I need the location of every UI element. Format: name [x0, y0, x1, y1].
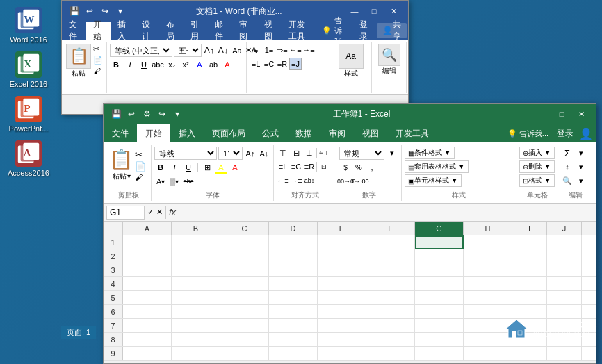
word-undo-btn[interactable]: ↩: [83, 4, 97, 18]
cell-g4[interactable]: [415, 277, 464, 291]
word-multilevel-list[interactable]: ⇒≡: [276, 44, 288, 56]
word-subscript-btn[interactable]: x₂: [165, 58, 178, 71]
excel-sum-btn[interactable]: Σ: [561, 147, 573, 159]
cell-a7[interactable]: [123, 319, 172, 333]
excel-wrap-text[interactable]: ↵T: [318, 147, 330, 159]
excel-find-expand[interactable]: ▾: [575, 174, 587, 187]
col-header-g[interactable]: G: [415, 222, 464, 235]
excel-indent-more[interactable]: →≡: [290, 174, 302, 187]
cell-i9[interactable]: [512, 347, 547, 361]
word-font-color-btn[interactable]: A: [221, 58, 234, 71]
word-superscript-btn[interactable]: x²: [179, 58, 192, 71]
excel-strikethrough[interactable]: abc: [182, 175, 195, 188]
excel-sort-expand[interactable]: ▾: [575, 160, 587, 173]
cell-a3[interactable]: [123, 263, 172, 277]
cell-b8[interactable]: [172, 333, 220, 347]
cell-b5[interactable]: [172, 291, 220, 305]
col-header-b[interactable]: B: [172, 222, 220, 235]
word-font-shrink[interactable]: A↓: [217, 44, 229, 57]
excel-conditional-format[interactable]: ▦ 条件格式 ▼: [405, 147, 455, 159]
excel-bold[interactable]: B: [154, 161, 167, 174]
excel-text-orient[interactable]: ab↕: [303, 174, 316, 187]
col-header-j[interactable]: J: [547, 222, 582, 235]
cell-b2[interactable]: [172, 249, 220, 263]
cell-b4[interactable]: [172, 277, 220, 291]
word-font-name[interactable]: 等线 (中文正文): [110, 44, 172, 57]
excel-delete-cells[interactable]: ⊖ 删除 ▼: [519, 160, 555, 173]
cell-b3[interactable]: [172, 263, 220, 277]
cell-e8[interactable]: [318, 333, 366, 347]
word-bold-btn[interactable]: B: [110, 58, 122, 71]
cell-j3[interactable]: [547, 263, 582, 277]
excel-cut-btn[interactable]: ✂: [135, 149, 146, 160]
excel-comma[interactable]: ,: [366, 161, 378, 174]
cell-i2[interactable]: [512, 249, 547, 263]
cell-i4[interactable]: [512, 277, 547, 291]
word-customize-btn[interactable]: ▾: [113, 4, 127, 18]
excel-login[interactable]: 登录: [557, 128, 573, 140]
cell-j5[interactable]: [547, 291, 582, 305]
cell-c9[interactable]: [220, 347, 269, 361]
cell-a1[interactable]: [123, 235, 172, 249]
excel-top-align[interactable]: ⊤: [277, 147, 289, 159]
word-maximize-btn[interactable]: □: [365, 4, 383, 18]
word-tab-references[interactable]: 引用: [184, 22, 208, 40]
excel-save-btn[interactable]: 💾: [109, 107, 123, 121]
cell-h5[interactable]: [464, 291, 512, 305]
word-share-btn[interactable]: 👤 共享: [377, 23, 407, 38]
excel-paste-btn[interactable]: 📋 粘贴▾: [109, 148, 133, 181]
excel-align-center[interactable]: ≡C: [290, 160, 302, 173]
word-paste-btn[interactable]: 📋 粘贴: [66, 44, 91, 78]
cell-a8[interactable]: [123, 333, 172, 347]
word-font-size[interactable]: 五号: [174, 44, 202, 57]
excel-accounting[interactable]: $: [339, 161, 352, 174]
excel-maximize-btn[interactable]: □: [553, 107, 571, 121]
excel-number-format[interactable]: 常规: [339, 147, 384, 160]
excel-copy-btn[interactable]: 📄: [135, 161, 146, 172]
excel-percent[interactable]: %: [352, 161, 365, 174]
word-icon[interactable]: W Word 2016: [1, 3, 56, 47]
word-tab-review[interactable]: 审阅: [232, 22, 257, 40]
word-indent-less[interactable]: ←≡: [289, 44, 302, 56]
excel-bottom-align[interactable]: ⊥: [303, 147, 316, 159]
word-bullet-list[interactable]: ≡: [250, 44, 262, 56]
cell-e1[interactable]: [318, 235, 366, 249]
word-align-left[interactable]: ≡L: [250, 58, 262, 70]
cell-a2[interactable]: [123, 249, 172, 263]
cell-b1[interactable]: [172, 235, 220, 249]
excel-tab-home[interactable]: 开始: [137, 124, 170, 142]
cell-a4[interactable]: [123, 277, 172, 291]
cell-f5[interactable]: [366, 291, 415, 305]
excel-number-expand[interactable]: ▾: [386, 147, 398, 160]
excel-decimal-more[interactable]: .0→.00: [352, 175, 365, 188]
cell-g7[interactable]: [415, 319, 464, 333]
cell-f7[interactable]: [366, 319, 415, 333]
word-change-case[interactable]: Aa: [231, 44, 243, 57]
col-header-d[interactable]: D: [269, 222, 318, 235]
word-format-painter-btn[interactable]: 🖌: [92, 66, 104, 76]
access-icon[interactable]: A Access2016: [1, 137, 56, 180]
excel-tab-pagelayout[interactable]: 页面布局: [204, 124, 254, 142]
powerpoint-icon[interactable]: P PowerPnt...: [1, 92, 56, 135]
word-tab-file[interactable]: 文件: [62, 22, 86, 40]
cell-g9[interactable]: [415, 347, 464, 361]
excel-sum-expand[interactable]: ▾: [575, 147, 587, 159]
excel-minimize-btn[interactable]: —: [533, 107, 551, 121]
excel-paste-arrow[interactable]: 粘贴▾: [113, 172, 131, 181]
excel-italic[interactable]: I: [168, 161, 181, 174]
word-tab-insert[interactable]: 插入: [111, 22, 135, 40]
excel-customize-btn[interactable]: ⚙: [140, 107, 154, 121]
excel-tab-review[interactable]: 审阅: [320, 124, 354, 142]
excel-table-format[interactable]: ▤ 套用表格格式 ▼: [405, 160, 469, 173]
col-header-i[interactable]: I: [512, 222, 547, 235]
word-text-effect-btn[interactable]: A: [193, 58, 206, 71]
excel-tab-formulas[interactable]: 公式: [254, 124, 287, 142]
word-tab-view[interactable]: 视图: [257, 22, 282, 40]
word-tab-mailings[interactable]: 邮件: [208, 22, 232, 40]
cell-i3[interactable]: [512, 263, 547, 277]
excel-cell-reference[interactable]: [106, 206, 145, 220]
cell-j6[interactable]: [547, 305, 582, 319]
cell-f4[interactable]: [366, 277, 415, 291]
word-tab-layout[interactable]: 布局: [159, 22, 184, 40]
cell-h1[interactable]: [464, 235, 512, 249]
